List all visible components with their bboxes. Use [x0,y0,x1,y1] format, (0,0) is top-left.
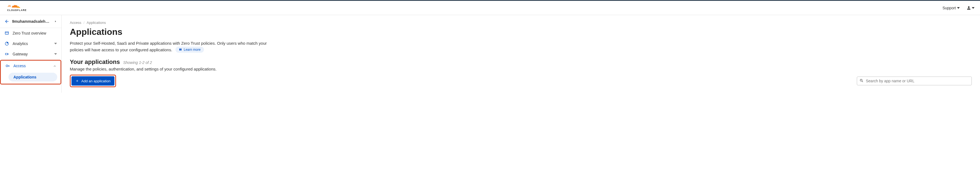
page-title: Applications [70,27,972,37]
section-description: Manage the policies, authentication, and… [70,67,972,71]
layout: 9muhammadsaleh@g... Zero Trust overview … [0,15,980,93]
main-content: Access / Applications Applications Prote… [62,15,980,93]
book-icon [179,48,182,51]
sidebar-item-analytics[interactable]: Analytics [0,38,61,49]
access-icon [5,63,10,68]
breadcrumb: Access / Applications [70,21,972,25]
user-menu[interactable] [966,5,975,10]
svg-point-7 [6,65,8,67]
overview-icon [5,31,9,36]
chevron-right-icon[interactable] [54,20,57,23]
sidebar-account-header: 9muhammadsaleh@g... [0,15,61,28]
section-title: Your applications [70,58,120,66]
svg-rect-2 [8,5,11,5]
gateway-icon [5,51,9,56]
section-count: Showing 1-2 of 2 [123,60,152,65]
chevron-up-icon [53,65,56,67]
search-icon [859,79,863,83]
sidebar-item-label: Access [13,64,50,68]
breadcrumb-current: Applications [87,21,106,25]
plus-icon: ＋ [75,79,79,83]
sidebar: 9muhammadsaleh@g... Zero Trust overview … [0,15,62,93]
chevron-down-icon [972,7,975,9]
learn-more-label: Learn more [184,48,200,51]
page-description: Protect your Self-Hosted, SaaS and Priva… [70,41,267,52]
svg-rect-4 [5,32,8,34]
sidebar-item-zero-trust-overview[interactable]: Zero Trust overview [0,28,61,38]
add-button-label: Add an application [81,79,111,83]
sidebar-item-access[interactable]: Access [1,61,60,71]
sidebar-subitem-label: Applications [13,75,37,79]
chevron-down-icon [54,43,57,45]
support-menu[interactable]: Support [942,6,960,10]
chevron-down-icon [54,53,57,55]
search-input[interactable] [857,77,972,85]
topbar: CLOUDFLARE Support [0,1,980,15]
svg-point-11 [860,79,862,81]
cloudflare-logo[interactable]: CLOUDFLARE [5,3,36,12]
svg-text:CLOUDFLARE: CLOUDFLARE [7,8,27,11]
action-row: ＋ Add an application [70,75,972,87]
chevron-down-icon [957,7,960,9]
support-label: Support [942,6,956,10]
sidebar-item-gateway[interactable]: Gateway [0,49,61,59]
user-icon [966,5,971,10]
section-header: Your applications Showing 1-2 of 2 [70,58,972,66]
search-wrap [857,77,972,85]
sidebar-item-label: Zero Trust overview [13,31,57,35]
breadcrumb-separator: / [83,21,84,25]
svg-line-12 [862,81,863,82]
svg-rect-1 [8,6,10,6]
highlight-access-section: Access Applications [0,60,61,85]
breadcrumb-parent[interactable]: Access [70,21,81,25]
sidebar-item-label: Gateway [13,52,51,56]
sidebar-subitem-applications[interactable]: Applications [8,73,57,82]
highlight-add-button: ＋ Add an application [70,75,116,87]
back-arrow-icon[interactable] [5,19,9,24]
sidebar-item-label: Analytics [13,42,51,46]
add-application-button[interactable]: ＋ Add an application [72,76,115,86]
account-name[interactable]: 9muhammadsaleh@g... [12,19,51,24]
learn-more-button[interactable]: Learn more [175,46,204,53]
analytics-icon [5,41,9,46]
